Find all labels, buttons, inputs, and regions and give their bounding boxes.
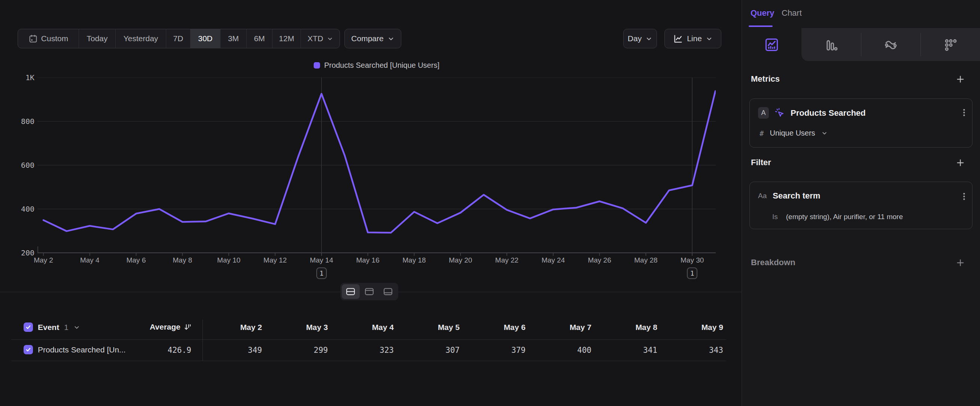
compare-label: Compare bbox=[351, 34, 383, 43]
x-axis-label: May 26 bbox=[582, 256, 618, 264]
chart-only-view-button[interactable] bbox=[361, 284, 379, 299]
insights-icon bbox=[764, 37, 780, 53]
annotation-badge[interactable]: 1 bbox=[316, 267, 327, 279]
x-axis-label: May 6 bbox=[118, 256, 154, 264]
granularity-button[interactable]: Day bbox=[623, 29, 657, 48]
metric-card[interactable]: A Products Searched # Unique Users bbox=[749, 99, 972, 148]
chevron-down-icon bbox=[327, 36, 333, 42]
table-only-view-button[interactable] bbox=[379, 284, 397, 299]
tab-query[interactable]: Query bbox=[751, 8, 775, 18]
filter-value[interactable]: (empty string), Air purifier, or 11 more bbox=[786, 213, 903, 221]
table-column-header[interactable]: May 8 bbox=[601, 323, 657, 332]
breakdown-heading: Breakdown bbox=[751, 258, 795, 267]
chart-legend: Products Searched [Unique Users] bbox=[37, 61, 716, 70]
bar-chart-tab[interactable] bbox=[802, 28, 861, 61]
date-range-12m[interactable]: 12M bbox=[272, 29, 301, 48]
date-range-xtd[interactable]: XTD bbox=[301, 29, 339, 48]
bar-chart-icon bbox=[824, 38, 838, 52]
date-range-yesterday[interactable]: Yesterday bbox=[116, 29, 166, 48]
add-metric-button[interactable] bbox=[955, 74, 966, 84]
table-column-header[interactable]: May 3 bbox=[272, 323, 328, 332]
table-column-header[interactable]: May 9 bbox=[667, 323, 723, 332]
event-count: 1 bbox=[64, 323, 68, 332]
view-toggle bbox=[340, 283, 398, 300]
annotation-badge[interactable]: 1 bbox=[687, 267, 697, 279]
metrics-heading: Metrics bbox=[751, 74, 780, 84]
date-range-3m[interactable]: 3M bbox=[221, 29, 247, 48]
chart-type-button[interactable]: Line bbox=[665, 29, 721, 48]
add-breakdown-button[interactable] bbox=[955, 258, 966, 268]
average-label: Average bbox=[150, 322, 180, 331]
tab-chart[interactable]: Chart bbox=[782, 8, 802, 18]
table-cell-value: 341 bbox=[601, 346, 657, 355]
chevron-down-icon bbox=[821, 130, 828, 136]
y-axis-label: 800 bbox=[12, 117, 35, 126]
calendar-icon bbox=[29, 34, 38, 43]
table-cell-value: 323 bbox=[338, 346, 394, 355]
table-cell-value: 307 bbox=[404, 346, 460, 355]
event-cursor-icon bbox=[774, 107, 785, 119]
table-row[interactable]: Products Searched [Un... bbox=[24, 345, 126, 354]
split-view-button[interactable] bbox=[342, 284, 360, 299]
aggregation-symbol: # bbox=[759, 129, 764, 137]
row-series-name: Products Searched [Un... bbox=[38, 345, 126, 354]
event-label: Event bbox=[38, 323, 59, 332]
date-range-today[interactable]: Today bbox=[79, 29, 116, 48]
compare-button[interactable]: Compare bbox=[344, 29, 401, 48]
filter-operator[interactable]: Is bbox=[772, 213, 778, 221]
line-chart[interactable] bbox=[37, 78, 716, 256]
table-column-header[interactable]: May 6 bbox=[469, 323, 525, 332]
flow-icon bbox=[884, 38, 898, 52]
main-area: CustomTodayYesterday7D30D3M6M12MXTD Comp… bbox=[0, 0, 742, 406]
table-cell-value: 400 bbox=[535, 346, 592, 355]
table-column-header[interactable]: May 5 bbox=[404, 323, 460, 332]
line-chart-icon bbox=[673, 34, 683, 44]
event-checkbox[interactable] bbox=[24, 322, 33, 332]
chevron-down-icon bbox=[645, 35, 652, 42]
date-range-custom[interactable]: Custom bbox=[18, 29, 79, 48]
flow-chart-tab[interactable] bbox=[861, 28, 921, 61]
table-column-header[interactable]: May 4 bbox=[338, 323, 394, 332]
aggregation-label[interactable]: Unique Users bbox=[770, 129, 815, 137]
filter-heading: Filter bbox=[751, 158, 771, 167]
date-range-7d[interactable]: 7D bbox=[166, 29, 191, 48]
metric-menu-kebab-icon[interactable] bbox=[959, 108, 969, 117]
property-type-label: Aa bbox=[758, 192, 767, 200]
chevron-down-icon bbox=[706, 35, 713, 42]
table-header-event: Event 1 bbox=[24, 322, 80, 332]
y-axis-label: 400 bbox=[12, 204, 35, 213]
x-axis-label: May 30 bbox=[674, 256, 710, 264]
table-column-header[interactable]: May 7 bbox=[535, 323, 592, 332]
table-column-header[interactable]: May 2 bbox=[206, 323, 262, 332]
chart-type-label: Line bbox=[687, 34, 702, 43]
legend-label: Products Searched [Unique Users] bbox=[324, 61, 439, 70]
insights-chart-tab[interactable] bbox=[742, 28, 802, 61]
date-range-control: CustomTodayYesterday7D30D3M6M12MXTD bbox=[18, 29, 340, 48]
x-axis-label: May 28 bbox=[628, 256, 664, 264]
date-range-6m[interactable]: 6M bbox=[247, 29, 272, 48]
granularity-label: Day bbox=[628, 34, 642, 43]
row-checkbox[interactable] bbox=[24, 345, 33, 354]
average-column-header[interactable]: Average bbox=[112, 322, 192, 331]
filter-card[interactable]: Aa Search term Is (empty string), Air pu… bbox=[749, 182, 972, 229]
date-range-30d[interactable]: 30D bbox=[191, 29, 221, 48]
sort-icon[interactable] bbox=[184, 323, 192, 331]
table-header-border bbox=[11, 339, 726, 340]
filter-property-name: Search term bbox=[773, 191, 820, 201]
table-cell-value: 379 bbox=[469, 346, 525, 355]
x-axis-label: May 22 bbox=[489, 256, 525, 264]
metric-name: Products Searched bbox=[791, 108, 866, 118]
chevron-down-icon[interactable] bbox=[73, 324, 80, 331]
table-cell-value: 343 bbox=[667, 346, 723, 355]
funnel-dots-icon bbox=[943, 38, 957, 52]
table-cell-value: 349 bbox=[206, 346, 262, 355]
x-axis-label: May 16 bbox=[350, 256, 386, 264]
x-axis-label: May 18 bbox=[396, 256, 432, 264]
filter-menu-kebab-icon[interactable] bbox=[959, 192, 969, 201]
table-column-divider bbox=[202, 320, 203, 361]
add-filter-button[interactable] bbox=[955, 158, 966, 168]
x-axis-label: May 24 bbox=[535, 256, 571, 264]
x-axis-label: May 10 bbox=[211, 256, 247, 264]
x-axis-label: May 2 bbox=[25, 256, 61, 264]
funnel-chart-tab[interactable] bbox=[921, 28, 980, 61]
